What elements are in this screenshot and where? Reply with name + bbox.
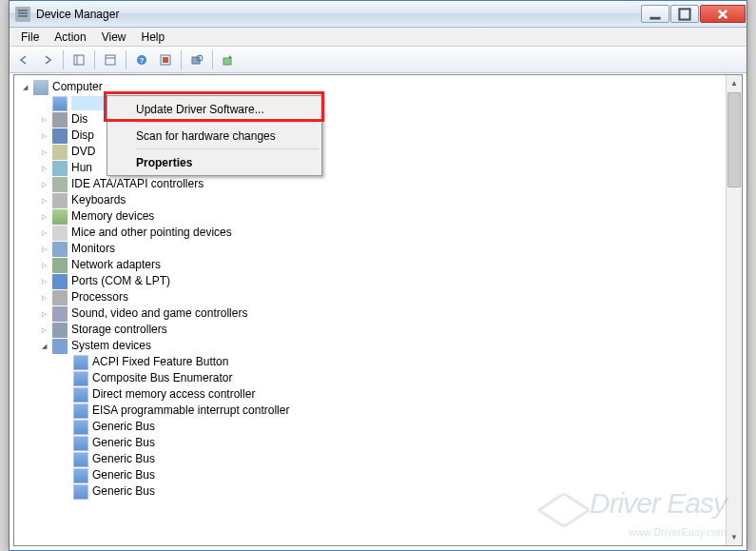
menu-help[interactable]: Help: [134, 29, 173, 46]
forward-button[interactable]: [37, 49, 58, 70]
titlebar[interactable]: Device Manager: [10, 1, 746, 28]
show-hide-tree-button[interactable]: [68, 49, 89, 70]
monitor-icon: [52, 242, 68, 257]
context-update-driver[interactable]: Update Driver Software...: [109, 98, 320, 120]
expand-icon[interactable]: [39, 260, 49, 270]
ide-icon: [52, 177, 68, 192]
node-label: Direct memory access controller: [92, 386, 255, 403]
expand-icon[interactable]: [39, 163, 49, 173]
device-icon: [73, 387, 88, 403]
node-label: System devices: [71, 338, 151, 354]
tree-node-category[interactable]: Processors: [20, 289, 742, 305]
dvd-icon: [52, 145, 68, 160]
display-icon: [52, 128, 68, 144]
hid-icon: [52, 161, 68, 176]
node-label: Generic Bus: [92, 483, 155, 500]
expand-icon[interactable]: [39, 292, 49, 303]
tree-node-device[interactable]: Generic Bus: [20, 435, 742, 451]
tree-node-category[interactable]: Mice and other pointing devices: [20, 225, 742, 241]
toolbar-separator: [212, 50, 213, 69]
processor-icon: [52, 290, 68, 305]
tree-node-system-devices[interactable]: System devices: [20, 338, 742, 354]
node-label: Memory devices: [71, 208, 154, 225]
expand-icon[interactable]: [39, 179, 49, 189]
node-label: Composite Bus Enumerator: [92, 370, 232, 386]
scroll-up-arrow[interactable]: ▲: [727, 75, 742, 91]
memory-icon: [52, 209, 68, 225]
context-scan-hardware[interactable]: Scan for hardware changes: [109, 125, 320, 147]
tree-node-device[interactable]: Generic Bus: [20, 451, 742, 467]
maximize-button[interactable]: [670, 5, 699, 23]
toolbar-separator: [181, 50, 182, 69]
node-label: Sound, video and game controllers: [71, 305, 247, 322]
context-menu-separator: [136, 148, 319, 149]
options-button[interactable]: [155, 49, 176, 70]
tree-node-device[interactable]: Generic Bus: [20, 483, 742, 500]
scroll-thumb[interactable]: [727, 92, 741, 187]
toolbar-separator: [126, 50, 126, 69]
expand-icon[interactable]: [39, 308, 49, 319]
tree-node-device[interactable]: Direct memory access controller: [20, 386, 742, 403]
tree-node-device[interactable]: ACPI Fixed Feature Button: [20, 354, 742, 370]
menu-file[interactable]: File: [13, 29, 47, 46]
node-label: Keyboards: [71, 192, 126, 208]
vertical-scrollbar[interactable]: ▲ ▼: [726, 75, 742, 545]
expand-icon[interactable]: [39, 227, 49, 238]
tree-node-category[interactable]: Monitors: [20, 241, 742, 257]
node-label: Monitors: [71, 241, 115, 257]
context-menu-separator: [136, 122, 319, 123]
tree-node-computer[interactable]: Computer: [20, 79, 742, 95]
scroll-down-arrow[interactable]: ▼: [727, 529, 742, 545]
tree-node-category[interactable]: Sound, video and game controllers: [20, 305, 742, 322]
disk-icon: [52, 112, 68, 128]
expand-icon[interactable]: [39, 276, 49, 286]
device-icon: [73, 468, 88, 483]
node-label: Generic Bus: [92, 435, 155, 451]
expand-icon[interactable]: [39, 325, 49, 335]
toolbar-separator: [63, 50, 64, 69]
back-button[interactable]: [13, 49, 34, 70]
tree-node-category[interactable]: Memory devices: [20, 208, 742, 225]
tree-node-device[interactable]: EISA programmable interrupt controller: [20, 403, 742, 419]
expand-icon[interactable]: [39, 244, 49, 254]
update-driver-button[interactable]: [218, 49, 239, 70]
expand-icon[interactable]: [39, 211, 49, 222]
svg-rect-4: [106, 55, 115, 65]
svg-rect-12: [223, 58, 231, 65]
context-menu-gutter: [109, 98, 132, 173]
node-label: Generic Bus: [92, 419, 155, 435]
help-button[interactable]: ?: [131, 49, 152, 70]
tree-node-device[interactable]: Generic Bus: [20, 467, 742, 483]
toolbar: ?: [10, 47, 746, 73]
properties-button[interactable]: [100, 49, 121, 70]
expand-icon[interactable]: [39, 130, 49, 141]
tree-node-device[interactable]: Generic Bus: [20, 419, 742, 435]
device-icon: [73, 484, 88, 500]
expand-icon[interactable]: [39, 114, 49, 125]
tree-node-category[interactable]: IDE ATA/ATAPI controllers: [20, 176, 742, 192]
menu-view[interactable]: View: [94, 29, 134, 46]
mouse-icon: [52, 226, 68, 241]
tree-node-category[interactable]: Network adapters: [20, 257, 742, 273]
expand-icon[interactable]: [39, 341, 49, 351]
svg-rect-0: [649, 16, 660, 19]
node-label: Disp: [71, 128, 94, 144]
node-label: Hun: [71, 160, 92, 176]
expand-icon[interactable]: [20, 82, 30, 92]
node-label: Mice and other pointing devices: [71, 225, 232, 241]
minimize-button[interactable]: [641, 5, 669, 23]
context-properties[interactable]: Properties: [109, 151, 320, 173]
expand-icon[interactable]: [39, 195, 49, 206]
menu-action[interactable]: Action: [47, 29, 93, 46]
tree-node-category[interactable]: Ports (COM & LPT): [20, 273, 742, 289]
close-button[interactable]: [700, 5, 746, 23]
tree-node-device[interactable]: Composite Bus Enumerator: [20, 370, 742, 386]
device-icon: [73, 436, 88, 451]
device-icon: [73, 371, 88, 386]
window-title: Device Manager: [36, 8, 119, 21]
network-icon: [52, 258, 68, 273]
scan-hardware-button[interactable]: [186, 49, 207, 70]
tree-node-category[interactable]: Keyboards: [20, 192, 742, 208]
tree-node-category[interactable]: Storage controllers: [20, 322, 742, 338]
expand-icon[interactable]: [39, 147, 49, 157]
